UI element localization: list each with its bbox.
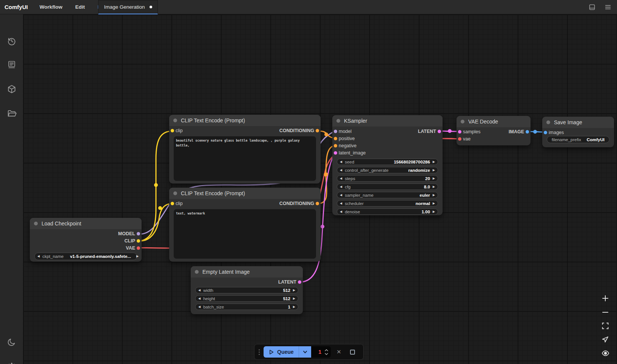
widget-seed[interactable]: ◀ seed 156680208700286 ▶: [337, 159, 438, 165]
model-library-icon[interactable]: [6, 84, 17, 94]
menu-workflow[interactable]: Workflow: [33, 0, 69, 14]
increment-arrow-icon[interactable]: ▶: [433, 160, 435, 163]
prompt-textarea[interactable]: beautiful scenery nature glass bottle la…: [174, 136, 316, 181]
increment-arrow-icon[interactable]: ▶: [293, 297, 295, 300]
bottom-panel-toggle-icon[interactable]: [588, 3, 596, 11]
input-port-latent-image[interactable]: [334, 151, 337, 154]
collapse-dot-icon[interactable]: [173, 191, 177, 195]
zoom-in-icon[interactable]: [600, 293, 610, 303]
node-header[interactable]: VAE Decode: [457, 116, 531, 127]
app-logo[interactable]: ComfyUI: [0, 0, 33, 14]
input-port-clip[interactable]: [171, 129, 174, 132]
batch-count-input[interactable]: 1: [311, 346, 331, 358]
queue-icon[interactable]: [6, 59, 17, 70]
output-port-conditioning[interactable]: [316, 202, 319, 205]
output-port-latent[interactable]: [298, 280, 301, 284]
queue-options-chevron[interactable]: [299, 346, 311, 358]
toggle-link-visibility-eye-icon[interactable]: [600, 348, 610, 358]
decrement-arrow-icon[interactable]: ◀: [198, 289, 201, 292]
input-port-samples[interactable]: [458, 130, 461, 133]
increment-arrow-icon[interactable]: ▶: [433, 202, 435, 205]
increment-arrow-icon[interactable]: ▶: [136, 255, 139, 258]
widget-control-after-generate[interactable]: ◀ control_after_generate randomize ▶: [337, 167, 438, 173]
spinner-down-icon[interactable]: [324, 353, 329, 355]
increment-arrow-icon[interactable]: ▶: [433, 194, 435, 197]
collapse-dot-icon[interactable]: [461, 120, 464, 123]
output-port-conditioning[interactable]: [316, 129, 319, 132]
decrement-arrow-icon[interactable]: ◀: [340, 169, 342, 172]
collapse-dot-icon[interactable]: [173, 119, 177, 122]
increment-arrow-icon[interactable]: ▶: [433, 185, 435, 188]
collapse-dot-icon[interactable]: [336, 119, 340, 123]
output-port-clip[interactable]: [137, 239, 140, 242]
decrement-arrow-icon[interactable]: ◀: [340, 177, 342, 180]
widget-filename-prefix[interactable]: filename_prefix ComfyUI: [547, 136, 609, 143]
output-port-image[interactable]: [526, 130, 529, 133]
increment-arrow-icon[interactable]: ▶: [433, 169, 435, 172]
node-vae-decode[interactable]: VAE Decode samples IMAGE vae: [457, 116, 531, 145]
increment-arrow-icon[interactable]: ▶: [433, 210, 435, 213]
input-port-images[interactable]: [544, 131, 547, 134]
zoom-out-icon[interactable]: [600, 307, 610, 317]
decrement-arrow-icon[interactable]: ◀: [340, 194, 342, 197]
collapse-dot-icon[interactable]: [34, 222, 38, 225]
increment-arrow-icon[interactable]: ▶: [293, 305, 295, 308]
input-port-model[interactable]: [334, 130, 337, 133]
output-port-model[interactable]: [137, 232, 140, 235]
node-load-checkpoint[interactable]: Load Checkpoint MODEL CLIP VAE ◀ ckpt_na…: [30, 218, 142, 262]
widget-width[interactable]: ◀ width 512 ▶: [195, 287, 298, 293]
node-clip-text-encode-negative[interactable]: CLIP Text Encode (Prompt) clip CONDITION…: [169, 188, 321, 262]
drag-handle[interactable]: [258, 349, 261, 355]
widget-cfg[interactable]: ◀ cfg 8.0 ▶: [337, 184, 438, 190]
menu-edit[interactable]: Edit: [69, 0, 91, 14]
input-port-vae[interactable]: [458, 137, 461, 140]
widget-steps[interactable]: ◀ steps 20 ▶: [337, 175, 438, 182]
fit-view-icon[interactable]: [600, 321, 610, 331]
input-label-samples: samples: [463, 129, 481, 134]
input-port-clip[interactable]: [171, 202, 174, 205]
decrement-arrow-icon[interactable]: ◀: [340, 160, 342, 163]
widget-ckpt-name[interactable]: ◀ ckpt_name v1-5-pruned-emaonly.safete..…: [34, 253, 137, 260]
node-header[interactable]: Save Image: [542, 117, 614, 128]
widget-denoise[interactable]: ◀ denoise 1.00 ▶: [337, 208, 438, 215]
node-ksampler[interactable]: KSampler model LATENT positive negative …: [332, 115, 443, 215]
stop-button[interactable]: [347, 347, 358, 357]
tab-image-generation[interactable]: Image Generation: [98, 0, 158, 14]
widget-scheduler[interactable]: ◀ scheduler normal ▶: [337, 200, 438, 207]
node-header[interactable]: Empty Latent Image: [191, 266, 303, 278]
select-mode-icon[interactable]: [600, 335, 610, 344]
widget-height[interactable]: ◀ height 512 ▶: [195, 295, 298, 302]
hamburger-menu-icon[interactable]: [604, 3, 612, 11]
input-port-positive[interactable]: [334, 137, 337, 140]
input-port-negative[interactable]: [334, 144, 337, 147]
history-icon[interactable]: [6, 36, 17, 46]
decrement-arrow-icon[interactable]: ◀: [340, 202, 342, 205]
node-empty-latent-image[interactable]: Empty Latent Image LATENT ◀ width 512 ▶ …: [191, 266, 303, 314]
node-save-image[interactable]: Save Image images filename_prefix ComfyU…: [542, 117, 614, 147]
spinner-up-icon[interactable]: [324, 349, 329, 352]
output-port-latent[interactable]: [438, 130, 441, 133]
collapse-dot-icon[interactable]: [195, 270, 199, 274]
decrement-arrow-icon[interactable]: ◀: [340, 210, 342, 213]
node-header[interactable]: Load Checkpoint: [30, 218, 142, 229]
collapse-dot-icon[interactable]: [546, 120, 550, 124]
node-header[interactable]: CLIP Text Encode (Prompt): [169, 188, 321, 199]
prompt-textarea[interactable]: text, watermark: [174, 209, 316, 259]
node-header[interactable]: CLIP Text Encode (Prompt): [169, 115, 321, 126]
decrement-arrow-icon[interactable]: ◀: [198, 297, 201, 300]
output-port-vae[interactable]: [137, 246, 140, 250]
settings-gear-icon[interactable]: [6, 361, 17, 364]
decrement-arrow-icon[interactable]: ◀: [37, 255, 40, 258]
increment-arrow-icon[interactable]: ▶: [433, 177, 435, 180]
widget-batch-size[interactable]: ◀ batch_size 1 ▶: [195, 304, 298, 310]
node-header[interactable]: KSampler: [332, 115, 443, 126]
decrement-arrow-icon[interactable]: ◀: [198, 305, 201, 308]
decrement-arrow-icon[interactable]: ◀: [340, 185, 342, 188]
theme-toggle-moon-icon[interactable]: [6, 337, 17, 347]
increment-arrow-icon[interactable]: ▶: [293, 289, 295, 292]
widget-sampler-name[interactable]: ◀ sampler_name euler ▶: [337, 192, 438, 198]
queue-button[interactable]: Queue: [264, 346, 311, 358]
node-clip-text-encode-positive[interactable]: CLIP Text Encode (Prompt) clip CONDITION…: [169, 115, 321, 184]
workflows-folder-icon[interactable]: [6, 108, 17, 119]
clear-queue-button[interactable]: ✕: [334, 347, 344, 357]
